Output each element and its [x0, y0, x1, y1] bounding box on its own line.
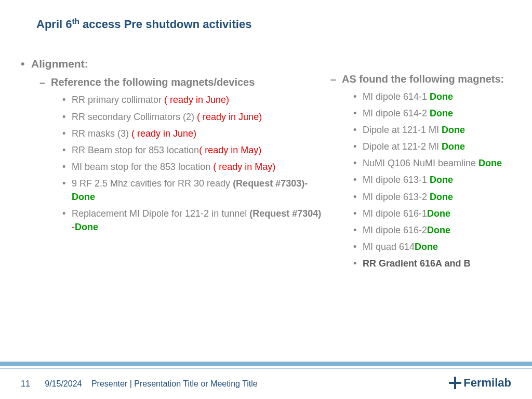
left-item: RR primary collimator ( ready in June) [21, 93, 327, 107]
right-item: MI dipole 616-1Done [327, 207, 509, 220]
footer-text: 11 9/15/2024 Presenter | Presentation Ti… [21, 379, 258, 389]
svg-rect-1 [454, 378, 456, 388]
reference-heading: Reference the following magnets/devices [21, 75, 327, 90]
right-item: Dipole at 121-2 MI Done [327, 140, 509, 153]
svg-rect-5 [454, 387, 456, 389]
footer-bar-thin [0, 368, 532, 369]
right-item: Dipole at 121-1 MI Done [327, 123, 509, 137]
right-column: AS found the following magnets:MI dipole… [327, 56, 509, 273]
left-item: Replacement MI Dipole for 121-2 in tunne… [21, 207, 327, 234]
right-item: MI dipole 613-2 Done [327, 190, 509, 204]
right-item: MI dipole 616-2Done [327, 223, 509, 237]
right-item: RR Gradient 616A and B [327, 257, 509, 270]
logo-text: Fermilab [463, 376, 511, 390]
fermilab-logo: Fermilab [449, 376, 511, 390]
svg-rect-4 [454, 377, 456, 379]
left-item: 9 RF 2.5 Mhz cavities for RR 30 ready (R… [21, 177, 327, 204]
as-found-heading: AS found the following magnets: [327, 72, 509, 87]
left-item: RR masks (3) ( ready in June) [21, 127, 327, 140]
left-item: RR secondary Collimators (2) ( ready in … [21, 110, 327, 124]
left-item: RR Beam stop for 853 location( ready in … [21, 143, 327, 157]
right-item: NuMI Q106 NuMI beamline Done [327, 156, 509, 170]
right-item: MI quad 614Done [327, 240, 509, 254]
left-column: Alignment:Reference the following magnet… [21, 56, 327, 273]
right-item: MI dipole 614-2 Done [327, 107, 509, 120]
footer-presenter: Presenter | Presentation Title or Meetin… [91, 379, 258, 388]
left-item: MI beam stop for the 853 location ( read… [21, 160, 327, 174]
footer-date: 9/15/2024 [45, 379, 82, 388]
alignment-heading: Alignment: [21, 56, 327, 72]
content-area: Alignment:Reference the following magnet… [21, 56, 511, 273]
fermilab-icon [449, 377, 461, 389]
svg-rect-3 [459, 382, 461, 384]
slide-title: April 6th access Pre shutdown activities [36, 17, 251, 31]
svg-rect-2 [449, 382, 451, 384]
right-item: MI dipole 614-1 Done [327, 90, 509, 103]
footer-bar [0, 362, 532, 366]
right-item: MI dipole 613-1 Done [327, 173, 509, 187]
page-number: 11 [21, 379, 30, 388]
